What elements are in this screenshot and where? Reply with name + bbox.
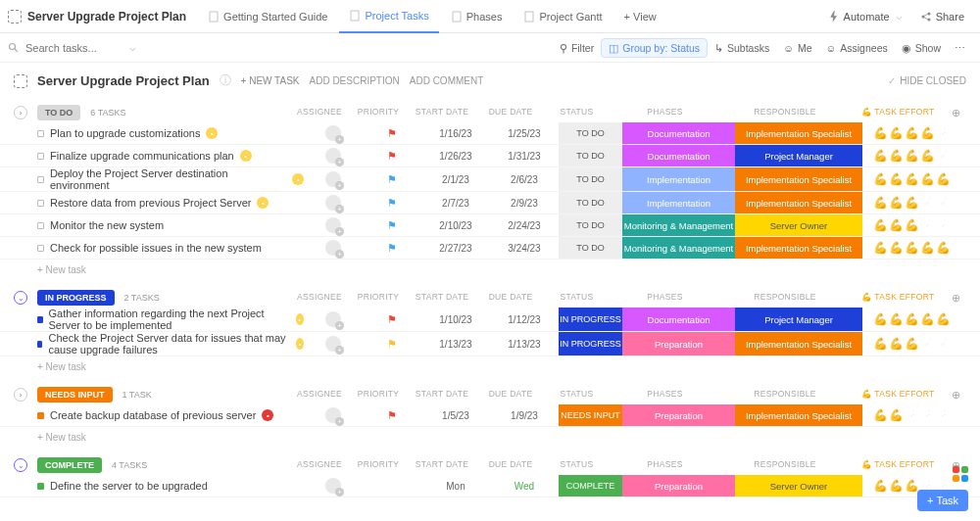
task-row[interactable]: Deploy the Project Server destination en… [0, 167, 980, 192]
task-row[interactable]: Plan to upgrade customizations•⚑1/16/231… [0, 122, 980, 145]
hide-closed-button[interactable]: ✓HIDE CLOSED [888, 75, 966, 86]
caret-icon[interactable]: ⌄ [14, 458, 27, 472]
phase-cell[interactable]: Preparation [622, 332, 735, 355]
phase-cell[interactable]: Preparation [622, 404, 735, 426]
responsible-cell[interactable]: Implementation Specialist [735, 167, 862, 191]
filter-button[interactable]: ⚲Filter [553, 39, 601, 57]
priority-cell[interactable]: ⚑ [363, 214, 421, 236]
subtasks-button[interactable]: ↳Subtasks [708, 39, 776, 57]
effort-cell[interactable]: 💪💪💪💪💪 [862, 332, 960, 355]
status-cell[interactable]: TO DO [559, 122, 622, 144]
due-date-cell[interactable]: 1/12/23 [490, 308, 559, 331]
tab-project-gantt[interactable]: Project Gantt [514, 0, 612, 33]
task-name-cell[interactable]: Gather information regarding the next Pr… [0, 308, 304, 331]
phase-cell[interactable]: Documentation [622, 122, 735, 144]
due-date-cell[interactable]: 3/24/23 [490, 237, 559, 259]
priority-cell[interactable]: ⚑ [363, 332, 421, 355]
status-cell[interactable]: TO DO [559, 167, 622, 191]
status-cell[interactable]: IN PROGRESS [559, 332, 622, 355]
phase-cell[interactable]: Monitoring & Management [622, 214, 735, 236]
priority-cell[interactable]: ⚑ [363, 308, 421, 331]
apps-grid-icon[interactable] [953, 466, 968, 482]
task-name-cell[interactable]: Restore data from previous Project Serve… [0, 192, 304, 213]
effort-cell[interactable]: 💪💪💪💪💪 [862, 308, 960, 331]
chevron-down-icon[interactable]: ⌵ [129, 41, 136, 54]
responsible-cell[interactable]: Server Owner [735, 475, 862, 497]
phase-cell[interactable]: Monitoring & Management [622, 237, 735, 259]
responsible-cell[interactable]: Implementation Specialist [735, 192, 862, 213]
start-date-cell[interactable]: 2/7/23 [421, 192, 490, 213]
assignee-cell[interactable] [304, 475, 363, 497]
add-column-button[interactable]: ⊕ [947, 292, 966, 305]
share-button[interactable]: Share [912, 7, 972, 26]
task-name-cell[interactable]: Finalize upgrade communications plan• [0, 145, 304, 166]
start-date-cell[interactable]: 2/10/23 [421, 214, 490, 236]
priority-cell[interactable]: ⚑ [363, 122, 421, 144]
status-badge[interactable]: TO DO [37, 105, 80, 120]
info-icon[interactable]: ⓘ [220, 72, 231, 89]
due-date-cell[interactable]: 1/31/23 [490, 145, 559, 166]
assignee-cell[interactable] [304, 167, 363, 191]
task-row[interactable]: Create backup database of previous serve… [0, 404, 980, 427]
due-date-cell[interactable]: 1/13/23 [490, 332, 559, 355]
responsible-cell[interactable]: Server Owner [735, 214, 862, 236]
start-date-cell[interactable]: Mon [421, 475, 490, 497]
assignee-cell[interactable] [304, 122, 363, 144]
phase-cell[interactable]: Implementation [622, 192, 735, 213]
phase-cell[interactable]: Documentation [622, 308, 735, 331]
due-date-cell[interactable]: 2/9/23 [490, 192, 559, 213]
phase-cell[interactable]: Documentation [622, 145, 735, 166]
responsible-cell[interactable]: Implementation Specialist [735, 122, 862, 144]
assignee-cell[interactable] [304, 332, 363, 355]
priority-cell[interactable]: ⚑ [363, 145, 421, 166]
assignees-button[interactable]: ☺Assignees [819, 39, 895, 57]
status-cell[interactable]: COMPLETE [559, 475, 622, 497]
priority-cell[interactable]: ⚑ [363, 237, 421, 259]
search-input[interactable] [25, 42, 123, 54]
due-date-cell[interactable]: 1/25/23 [490, 122, 559, 144]
status-badge[interactable]: NEEDS INPUT [37, 387, 113, 403]
status-cell[interactable]: TO DO [559, 145, 622, 166]
effort-cell[interactable]: 💪💪💪💪💪 [862, 237, 960, 259]
start-date-cell[interactable]: 1/13/23 [421, 332, 490, 355]
task-name-cell[interactable]: Check for possible issues in the new sys… [0, 237, 304, 259]
task-name-cell[interactable]: Check the Project Server data for issues… [0, 332, 304, 355]
more-menu[interactable]: ⋯ [948, 39, 972, 57]
priority-cell[interactable] [363, 475, 421, 497]
status-cell[interactable]: IN PROGRESS [559, 308, 622, 331]
tab--view[interactable]: + View [614, 0, 666, 33]
add-comment-button[interactable]: ADD COMMENT [410, 75, 484, 86]
effort-cell[interactable]: 💪💪💪💪💪 [862, 122, 960, 144]
tab-phases[interactable]: Phases [441, 0, 513, 33]
task-name-cell[interactable]: Define the server to be upgraded [0, 475, 304, 497]
due-date-cell[interactable]: 1/9/23 [490, 404, 559, 426]
assignee-cell[interactable] [304, 308, 363, 331]
status-cell[interactable]: TO DO [559, 192, 622, 213]
due-date-cell[interactable]: Wed [490, 475, 559, 497]
caret-icon[interactable]: › [14, 106, 27, 119]
status-cell[interactable]: NEEDS INPUT [559, 404, 622, 426]
new-task-button[interactable]: + NEW TASK [241, 75, 300, 86]
status-badge[interactable]: COMPLETE [37, 457, 102, 473]
new-task-link[interactable]: + New task [0, 356, 980, 377]
status-cell[interactable]: TO DO [559, 237, 622, 259]
task-name-cell[interactable]: Plan to upgrade customizations• [0, 122, 304, 144]
status-cell[interactable]: TO DO [559, 214, 622, 236]
task-row[interactable]: Restore data from previous Project Serve… [0, 192, 980, 214]
task-row[interactable]: Define the server to be upgradedMonWedCO… [0, 475, 980, 497]
new-task-link[interactable]: + New task [0, 260, 980, 280]
start-date-cell[interactable]: 1/5/23 [421, 404, 490, 426]
due-date-cell[interactable]: 2/24/23 [490, 214, 559, 236]
task-row[interactable]: Check the Project Server data for issues… [0, 332, 980, 356]
responsible-cell[interactable]: Project Manager [735, 308, 862, 331]
phase-cell[interactable]: Preparation [622, 475, 735, 497]
assignee-cell[interactable] [304, 237, 363, 259]
start-date-cell[interactable]: 2/27/23 [421, 237, 490, 259]
assignee-cell[interactable] [304, 214, 363, 236]
start-date-cell[interactable]: 1/16/23 [421, 122, 490, 144]
task-row[interactable]: Monitor the new system⚑2/10/232/24/23TO … [0, 214, 980, 237]
search-box[interactable]: ⌵ [8, 41, 553, 54]
caret-icon[interactable]: ⌄ [14, 291, 27, 305]
group-by-button[interactable]: ◫Group by: Status [601, 38, 708, 58]
effort-cell[interactable]: 💪💪💪💪💪 [862, 167, 960, 191]
